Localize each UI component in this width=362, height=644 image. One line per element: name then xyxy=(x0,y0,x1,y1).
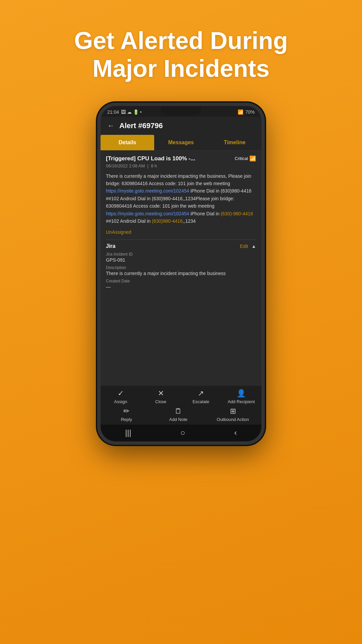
status-left: 21:04 🖼 ☁ 🔋 • xyxy=(107,109,142,115)
app-header: ← Alert #69796 xyxy=(101,117,261,135)
alert-meta: 06/16/2022 2:08 AM | 8 h xyxy=(106,163,256,168)
content-area: [Triggered] CPU Load is 100% -... Critic… xyxy=(101,151,261,386)
nav-home-button[interactable]: ○ xyxy=(180,428,185,437)
body-end1: iPhone Dial in xyxy=(189,211,221,216)
description-label: Description xyxy=(106,265,256,270)
phone-side-button-right xyxy=(264,173,265,200)
created-date-label: Created Date xyxy=(106,279,256,283)
nav-recent-button[interactable]: ‹ xyxy=(234,428,237,437)
toolbar-row-1: ✓ Assign ✕ Close ↗ Escalate 👤 Add Recipi… xyxy=(101,388,261,406)
jira-actions: Edit ▲ xyxy=(240,244,256,249)
phone-number-1[interactable]: (630)-980-4416 xyxy=(221,211,253,216)
phone-device: 21:04 🖼 ☁ 🔋 • 📶 70% ← Alert #69796 Detai… xyxy=(97,103,265,445)
alert-duration: 8 h xyxy=(151,163,157,168)
signal-icon: 📶 xyxy=(249,155,256,162)
reply-icon: ✏ xyxy=(123,407,129,416)
incident-id-label: Jira Incident ID xyxy=(106,252,256,257)
add-note-icon: 🗒 xyxy=(175,407,182,416)
header-title: Alert #69796 xyxy=(119,121,163,130)
add-note-button[interactable]: 🗒 Add Note xyxy=(165,407,192,422)
incident-id-value: GPS-091 xyxy=(106,257,256,263)
outbound-action-label: Outbound Action xyxy=(217,417,249,422)
battery-level: 70% xyxy=(245,109,255,115)
jira-section: Jira Edit ▲ Jira Incident ID GPS-091 Des… xyxy=(106,243,256,289)
outbound-action-button[interactable]: ⊞ Outbound Action xyxy=(217,407,249,422)
close-button[interactable]: ✕ Close xyxy=(147,389,174,404)
reply-button[interactable]: ✏ Reply xyxy=(113,407,140,422)
outbound-action-icon: ⊞ xyxy=(230,407,236,416)
status-time: 21:04 xyxy=(107,109,119,115)
tab-details[interactable]: Details xyxy=(101,135,154,150)
tab-bar: Details Messages Timeline xyxy=(101,135,261,151)
hero-title: Get Alerted During Major Incidents xyxy=(54,27,308,83)
meeting-link-2[interactable]: https://mysite.goto.meeting.com/102454 xyxy=(106,211,189,216)
tab-timeline[interactable]: Timeline xyxy=(208,135,261,150)
alert-title-row: [Triggered] CPU Load is 100% -... Critic… xyxy=(106,155,256,162)
jira-header: Jira Edit ▲ xyxy=(106,243,256,249)
tab-messages[interactable]: Messages xyxy=(154,135,208,150)
section-divider xyxy=(106,239,256,240)
status-icons: 🖼 ☁ 🔋 • xyxy=(121,109,142,115)
add-recipient-icon: 👤 xyxy=(237,389,246,398)
add-recipient-button[interactable]: 👤 Add Recipient xyxy=(228,389,255,404)
created-date-value: — xyxy=(106,284,256,289)
critical-badge: Critical 📶 xyxy=(235,155,256,162)
escalate-button[interactable]: ↗ Escalate xyxy=(187,389,214,404)
action-toolbar: ✓ Assign ✕ Close ↗ Escalate 👤 Add Recipi… xyxy=(101,386,261,425)
phone-side-button-left xyxy=(97,160,98,176)
severity-label: Critical xyxy=(235,156,248,161)
meeting-link-1[interactable]: https://mysite.goto.meeting.com/102454 xyxy=(106,188,189,194)
wifi-icon: 📶 xyxy=(238,109,243,115)
add-recipient-label: Add Recipient xyxy=(228,399,255,404)
body-end2: ##102 Android Dial in xyxy=(106,218,152,224)
hero-section: Get Alerted During Major Incidents xyxy=(54,0,308,103)
add-note-label: Add Note xyxy=(169,417,187,422)
assignment-status: UnAssigned xyxy=(106,229,256,235)
nav-back-button[interactable]: ||| xyxy=(125,428,131,437)
description-value: There is currently a major incident impa… xyxy=(106,271,256,276)
close-icon: ✕ xyxy=(158,389,164,398)
jira-collapse-icon[interactable]: ▲ xyxy=(251,244,256,249)
alert-body: There is currently a major incident impa… xyxy=(106,172,256,225)
assign-button[interactable]: ✓ Assign xyxy=(107,389,134,404)
escalate-icon: ↗ xyxy=(198,389,204,398)
close-label: Close xyxy=(155,399,166,404)
status-right: 📶 70% xyxy=(238,109,255,115)
jira-edit-button[interactable]: Edit xyxy=(240,244,248,249)
jira-title: Jira xyxy=(106,243,115,249)
assign-label: Assign xyxy=(114,399,127,404)
body-plain: There is currently a major incident impa… xyxy=(106,173,251,186)
reply-label: Reply xyxy=(121,417,132,422)
toolbar-row-2: ✏ Reply 🗒 Add Note ⊞ Outbound Action xyxy=(101,406,261,423)
alert-title: [Triggered] CPU Load is 100% -... xyxy=(106,155,235,162)
back-button[interactable]: ← xyxy=(107,121,115,130)
phone-number-2[interactable]: (630)980-4416 xyxy=(152,218,183,224)
alert-date: 06/16/2022 2:08 AM xyxy=(106,163,145,168)
navigation-bar: ||| ○ ‹ xyxy=(101,425,261,441)
body-end3: ,,1234 xyxy=(183,218,196,224)
phone-notch xyxy=(161,106,201,115)
assign-icon: ✓ xyxy=(118,389,124,398)
escalate-label: Escalate xyxy=(192,399,209,404)
